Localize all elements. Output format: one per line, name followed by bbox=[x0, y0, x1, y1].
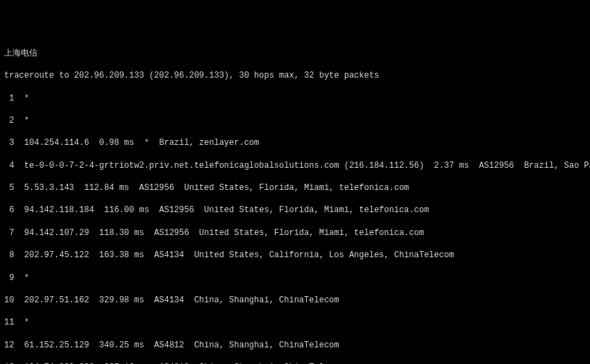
trace1-hop: 6 94.142.118.184 116.00 ms AS12956 Unite… bbox=[4, 205, 586, 216]
trace1-hop: 7 94.142.107.29 118.30 ms AS12956 United… bbox=[4, 227, 586, 239]
trace1-header: traceroute to 202.96.209.133 (202.96.209… bbox=[4, 70, 586, 81]
trace1-hop: 9 * bbox=[4, 272, 586, 284]
trace1-hop: 12 61.152.25.129 340.25 ms AS4812 China,… bbox=[4, 340, 586, 351]
trace1-hop: 11 * bbox=[4, 317, 586, 328]
trace1-hop: 5 5.53.3.143 112.84 ms AS12956 United St… bbox=[4, 182, 586, 193]
trace1-hop: 3 104.254.114.6 0.98 ms * Brazil, zenlay… bbox=[4, 137, 586, 148]
trace1-hop: 4 te-0-0-0-7-2-4-grtriotw2.priv.net.tele… bbox=[4, 160, 586, 171]
trace1-hop: 8 202.97.45.122 163.38 ms AS4134 United … bbox=[4, 250, 586, 261]
trace1-title: 上海电信 bbox=[4, 48, 586, 59]
trace1-hop: 2 * bbox=[4, 115, 586, 126]
trace1-hop: 1 * bbox=[4, 93, 586, 104]
trace1-hop: 10 202.97.51.162 329.98 ms AS4134 China,… bbox=[4, 295, 586, 306]
